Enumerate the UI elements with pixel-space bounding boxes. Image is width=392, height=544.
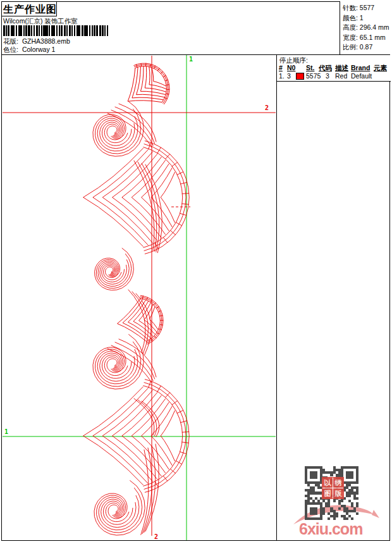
studio-name: Wilcom(汇京) 装饰工作室 (3, 17, 78, 25)
svg-text:1: 1 (189, 56, 193, 63)
colorway-row: 色位:Colorway 1 (3, 46, 55, 54)
pattern-value: GZHA3888.emb (22, 37, 70, 45)
stitch-count-row: 针数: 5577 (343, 3, 390, 13)
thread-color-swatch (296, 73, 304, 80)
row-stitches: 5575 (306, 72, 321, 80)
production-worksheet-page: 1122 生产作业图 Wilcom(汇京) 装饰工作室 花版:GZHA3888.… (0, 0, 392, 544)
row-desc: Red (335, 72, 347, 80)
red-seal-stamp: 以 绣 图 版 (322, 477, 344, 499)
design-info-panel: 针数: 5577 颜色: 1 高度: 296.4 mm 宽度: 65.1 mm … (340, 1, 390, 55)
height-row: 高度: 296.4 mm (343, 23, 390, 33)
site-watermark: 6xiu.com (299, 520, 362, 538)
seal-char-2: 绣 (333, 478, 343, 488)
svg-text:1: 1 (4, 428, 8, 435)
row-seq: 1. (279, 72, 285, 80)
col-needle: N0 (287, 64, 295, 71)
scale-row: 比例: 0.87 (343, 42, 390, 53)
row-code: 3 (326, 72, 329, 80)
seal-char-4: 版 (333, 488, 343, 498)
col-desc: 描述 (335, 64, 348, 73)
barcode (3, 25, 109, 36)
col-stitches: St. (306, 64, 314, 71)
color-count-row: 颜色: 1 (343, 13, 390, 23)
row-brand: Default (351, 72, 372, 80)
embroidery-design-canvas: 1122 (0, 0, 392, 544)
seal-char-3: 图 (322, 488, 333, 498)
stop-sequence-table: 停止顺序: # N0 St. 代码 描述 Brand 元素 1. 3 5575 … (277, 55, 391, 82)
col-element: 元素 (374, 64, 387, 73)
colorway-label: 色位: (3, 46, 18, 53)
col-seq: # (279, 64, 283, 71)
colorway-value: Colorway 1 (22, 46, 56, 53)
svg-text:2: 2 (265, 104, 269, 111)
svg-text:2: 2 (154, 533, 158, 540)
col-code: 代码 (319, 64, 332, 73)
seal-char-1: 以 (322, 478, 333, 488)
page-title: 生产作业图 (1, 1, 57, 16)
drawing-area-right-border (276, 54, 277, 541)
pattern-label: 花版: (3, 37, 18, 45)
pattern-row: 花版:GZHA3888.emb (3, 37, 70, 46)
col-brand: Brand (351, 64, 370, 71)
width-row: 宽度: 65.1 mm (343, 33, 390, 43)
row-needle: 3 (287, 72, 291, 80)
